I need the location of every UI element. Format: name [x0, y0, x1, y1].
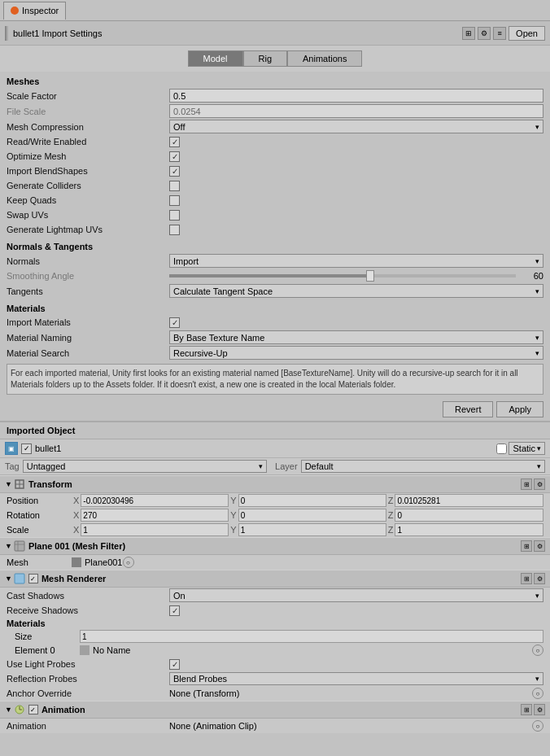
- element0-name: No Name: [93, 645, 130, 655]
- use-light-probes-checkbox[interactable]: [169, 659, 180, 670]
- rotation-x-input[interactable]: [81, 509, 229, 522]
- material-search-row: Material Search Recursive-Up: [0, 345, 550, 361]
- mesh-filter-expand-arrow[interactable]: ▼: [5, 542, 12, 550]
- optimize-mesh-row: Optimize Mesh: [0, 149, 550, 164]
- tab-model[interactable]: Model: [188, 50, 243, 67]
- rotation-z-input[interactable]: [395, 509, 543, 522]
- animation-preview-btn[interactable]: ⊞: [521, 704, 532, 715]
- transform-expand-arrow[interactable]: ▼: [5, 480, 12, 488]
- animation-clip-select-btn[interactable]: ○: [532, 720, 543, 732]
- keep-quads-label: Keep Quads: [7, 195, 169, 205]
- optimize-mesh-checkbox[interactable]: [169, 151, 180, 162]
- generate-colliders-row: Generate Colliders: [0, 178, 550, 193]
- lightmap-uvs-label: Generate Lightmap UVs: [7, 225, 169, 234]
- element0-select-btn[interactable]: ○: [532, 645, 543, 656]
- mesh-renderer-enable-check[interactable]: [28, 574, 38, 583]
- cast-shadows-dropdown[interactable]: On: [169, 588, 543, 602]
- import-blendshapes-checkbox[interactable]: [169, 166, 180, 177]
- reflection-probes-row: Reflection Probes Blend Probes: [0, 671, 550, 686]
- generate-colliders-checkbox[interactable]: [169, 181, 180, 191]
- renderer-size-input[interactable]: [80, 630, 543, 643]
- transform-settings-btn[interactable]: ⚙: [534, 479, 545, 490]
- animation-enable-check[interactable]: [28, 705, 38, 714]
- scale-z-input[interactable]: [395, 523, 543, 536]
- lightmap-uvs-row: Generate Lightmap UVs: [0, 222, 550, 237]
- scale-y-input[interactable]: [238, 523, 386, 536]
- receive-shadows-checkbox[interactable]: [169, 605, 180, 616]
- static-checkbox[interactable]: [496, 444, 507, 454]
- import-blendshapes-row: Import BlendShapes: [0, 164, 550, 178]
- position-y-input[interactable]: [238, 494, 386, 507]
- scale-factor-input[interactable]: [169, 89, 543, 103]
- use-light-probes-label: Use Light Probes: [7, 659, 169, 669]
- open-button[interactable]: Open: [509, 26, 545, 41]
- keep-quads-checkbox[interactable]: [169, 195, 180, 206]
- settings-icon-btn[interactable]: ⚙: [478, 27, 491, 40]
- read-write-label: Read/Write Enabled: [7, 137, 169, 146]
- position-z-input[interactable]: [395, 494, 543, 507]
- menu-icon-btn[interactable]: ≡: [493, 27, 506, 40]
- animation-title: Animation: [41, 705, 521, 714]
- tangents-dropdown[interactable]: Calculate Tangent Space: [169, 284, 543, 298]
- material-search-dropdown[interactable]: Recursive-Up: [169, 346, 543, 360]
- file-scale-value: [169, 104, 543, 118]
- rotation-y-input[interactable]: [238, 509, 386, 522]
- apply-button[interactable]: Apply: [496, 401, 543, 417]
- normals-dropdown[interactable]: Import: [169, 254, 543, 268]
- swap-uvs-checkbox[interactable]: [169, 210, 180, 221]
- read-write-row: Read/Write Enabled: [0, 134, 550, 149]
- import-blendshapes-label: Import BlendShapes: [7, 166, 169, 176]
- scale-factor-value[interactable]: [169, 89, 543, 103]
- mesh-compression-row: Mesh Compression Off: [0, 119, 550, 134]
- mesh-renderer-header: ▼ Mesh Renderer ⊞ ⚙: [0, 570, 550, 588]
- smoothing-angle-track[interactable]: [169, 274, 516, 277]
- mesh-filter-settings-btn[interactable]: ⚙: [534, 540, 545, 552]
- mesh-filter-header: ▼ Plane 001 (Mesh Filter) ⊞ ⚙: [0, 537, 550, 555]
- action-buttons: Revert Apply: [0, 398, 550, 421]
- mesh-renderer-icons-right: ⊞ ⚙: [521, 573, 545, 584]
- keep-quads-row: Keep Quads: [0, 193, 550, 208]
- anchor-override-label: Anchor Override: [7, 688, 169, 698]
- layer-dropdown[interactable]: Default: [301, 460, 545, 473]
- preview-icon-btn[interactable]: ⊞: [462, 27, 475, 40]
- scale-x-input[interactable]: [81, 523, 229, 536]
- animation-settings-btn[interactable]: ⚙: [534, 704, 545, 715]
- lightmap-uvs-checkbox[interactable]: [169, 225, 180, 235]
- smoothing-angle-thumb[interactable]: [366, 270, 374, 282]
- mesh-compression-select[interactable]: Off: [169, 120, 543, 133]
- material-naming-dropdown[interactable]: By Base Texture Name: [169, 330, 543, 344]
- mesh-filter-preview-btn[interactable]: ⊞: [521, 540, 532, 552]
- mesh-row: Mesh Plane001 ○: [0, 555, 550, 570]
- panel-header: bullet1 Import Settings ⊞ ⚙ ≡ Open: [0, 21, 550, 46]
- panel-header-title: bullet1 Import Settings: [13, 28, 102, 38]
- animation-expand-arrow[interactable]: ▼: [5, 706, 12, 714]
- sub-tabs: Model Rig Animations: [0, 46, 550, 72]
- anchor-override-select-btn[interactable]: ○: [532, 688, 543, 699]
- element0-icon: [80, 645, 89, 655]
- tangents-row: Tangents Calculate Tangent Space: [0, 283, 550, 299]
- mesh-compression-dropdown[interactable]: Off: [169, 120, 543, 133]
- mesh-renderer-settings-btn[interactable]: ⚙: [534, 573, 545, 584]
- tag-dropdown[interactable]: Untagged: [23, 460, 267, 473]
- reflection-probes-dropdown[interactable]: Blend Probes: [169, 672, 543, 685]
- tab-rig[interactable]: Rig: [243, 50, 288, 67]
- position-label: Position: [7, 496, 72, 505]
- meshes-section-label: Meshes: [0, 72, 550, 88]
- transform-icon: [14, 479, 25, 490]
- header-stripe: [5, 26, 8, 41]
- transform-preview-btn[interactable]: ⊞: [521, 479, 532, 490]
- tab-animations[interactable]: Animations: [287, 50, 362, 67]
- mesh-filter-title: Plane 001 (Mesh Filter): [28, 541, 521, 551]
- inspector-tab[interactable]: Inspector: [3, 2, 66, 20]
- position-x-input[interactable]: [81, 494, 229, 507]
- bullet1-visibility-check[interactable]: [21, 444, 32, 454]
- mesh-renderer-expand-arrow[interactable]: ▼: [5, 575, 12, 583]
- revert-button[interactable]: Revert: [443, 401, 493, 417]
- mesh-renderer-preview-btn[interactable]: ⊞: [521, 573, 532, 584]
- static-dropdown[interactable]: Static: [509, 442, 545, 455]
- mesh-select-btn[interactable]: ○: [123, 557, 134, 568]
- mesh-renderer-body: Cast Shadows On Receive Shadows Material…: [0, 588, 550, 701]
- import-materials-checkbox[interactable]: [169, 317, 180, 328]
- read-write-checkbox[interactable]: [169, 137, 180, 147]
- import-materials-label: Import Materials: [7, 317, 169, 327]
